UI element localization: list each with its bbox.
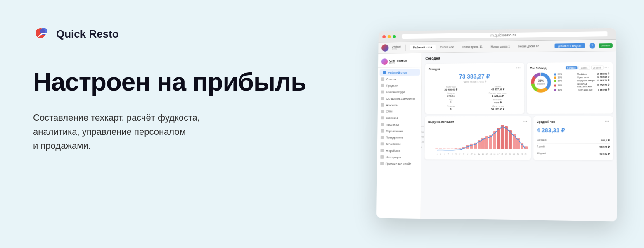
stat-card: Безнал 43 357,57 ₽ xyxy=(475,85,521,91)
svg-text:Маффин: Маффин xyxy=(537,83,545,85)
avg-row-7days: 7 дней 520,81 ₽ xyxy=(537,143,610,150)
legend-dot-3 xyxy=(554,84,556,86)
legend-dot-1 xyxy=(554,76,556,79)
sidebar-item-reports[interactable]: Отчеты xyxy=(378,76,422,82)
sidebar-item-crm[interactable]: CRM xyxy=(378,108,421,114)
browser-close-dot xyxy=(382,35,386,38)
sidebar-item-alcohol[interactable]: Алкоголь xyxy=(378,102,421,108)
bottom-cards-row: Выручка по часам ··· 400 300 200 100 0 xyxy=(424,116,613,160)
stat-checks: Чек 1 xyxy=(428,98,474,104)
brand-name: Quick Resto xyxy=(56,28,119,41)
legend-item-0: 38% Маффин 18 959,91 ₽ xyxy=(554,73,610,76)
menu-icon xyxy=(381,91,384,94)
chart-area: 400 300 200 100 0 xyxy=(428,125,527,154)
stat-bonus: Бонусы 273.21 xyxy=(428,92,474,97)
legend-dot-2 xyxy=(554,80,556,82)
tab-dashboard[interactable]: Рабочий стол xyxy=(410,45,436,50)
top-dishes-title: Топ 5 блюд Сегодня 1 день 28 дней ··· xyxy=(530,65,609,70)
sidebar-item-staff[interactable]: Персонал xyxy=(377,121,421,128)
sidebar-item-references[interactable]: Справочники xyxy=(377,128,421,134)
legend-dot-4 xyxy=(554,89,556,91)
crm-icon xyxy=(381,110,384,113)
help-icon[interactable]: ? xyxy=(589,43,595,48)
dash-body: Олег Иванов РЮО Рабочий стол Отчеты Прод… xyxy=(376,51,617,221)
y-axis: 400 300 200 100 0 xyxy=(421,125,424,148)
status-badge: Онлайн xyxy=(599,43,613,48)
legend-item-4: 12% Капучино 200 9 864,04 ₽ xyxy=(554,88,610,91)
browser-url: m.quickresto.ru xyxy=(402,31,607,39)
sidebar: Олег Иванов РЮО Рабочий стол Отчеты Прод… xyxy=(376,53,422,219)
stat-returns: Возвраты 0,02 ₽ xyxy=(475,98,521,104)
donut-area: 38% Маффин 38% Маффин 18 959,91 ₽ xyxy=(530,72,609,93)
sidebar-item-menu[interactable]: Номенклатура xyxy=(378,88,421,95)
sidebar-avatar xyxy=(381,58,388,65)
dashboard-mockup: m.quickresto.ru OffcloudРЮО Рабочий стол… xyxy=(376,28,617,222)
period-1day-btn[interactable]: 1 день xyxy=(579,66,590,70)
integrations-icon xyxy=(380,155,384,159)
sidebar-item-devices[interactable]: Устройства xyxy=(377,147,421,154)
add-widget-button[interactable]: Добавить виджет xyxy=(555,43,585,48)
sidebar-item-sales[interactable]: Продажи xyxy=(378,82,421,88)
top-cards-row: Сегодня ··· 73 383,27 ₽ 7 дней назад: / … xyxy=(425,62,613,114)
sidebar-item-warehouse[interactable]: Складские документы xyxy=(378,95,421,102)
avg-card: Средний чек ··· 4 283,31 ₽ Сегодня 383,7… xyxy=(533,116,613,160)
today-card-menu[interactable]: ··· xyxy=(516,66,521,70)
left-panel: Quick Resto Настроен на прибыль Составле… xyxy=(0,0,354,248)
dashboard-icon xyxy=(383,71,386,74)
subtext: Составление техкарт, расчёт фудкоста, ан… xyxy=(33,111,248,153)
top-dishes-controls: Сегодня 1 день 28 дней ··· xyxy=(566,65,609,70)
tab-divider xyxy=(405,44,406,51)
content-area: Сегодня Сегодня ··· 73 383,27 ₽ 7 дней н… xyxy=(421,51,617,221)
warehouse-icon xyxy=(381,97,384,100)
today-card-title: Сегодня ··· xyxy=(429,66,521,71)
top-dishes-card: Топ 5 блюд Сегодня 1 день 28 дней ··· xyxy=(527,62,613,114)
devices-icon xyxy=(381,149,384,152)
legend-item-1: 19% Фреш сала 14 307,62 ₽ xyxy=(554,76,610,79)
avg-row-today: Сегодня 383,7 ₽ xyxy=(537,137,610,144)
period-28days-btn[interactable]: 28 дней xyxy=(591,66,604,70)
legend-item-2: 15% Воздушный торт 13 063,71 ₽ xyxy=(554,79,610,82)
browser-maximize-dot xyxy=(393,35,396,38)
sales-icon xyxy=(381,84,384,87)
reports-icon xyxy=(381,77,384,81)
period-today-btn[interactable]: Сегодня xyxy=(566,66,578,69)
stat-other: Прочие типы оплат 1 123,01 ₽ xyxy=(475,92,521,97)
staff-icon xyxy=(381,123,384,126)
sidebar-item-dashboard[interactable]: Рабочий стол xyxy=(380,69,420,76)
sidebar-item-terminals[interactable]: Терминалы xyxy=(377,141,421,147)
sidebar-item-app[interactable]: Приложение и сайт xyxy=(377,160,421,167)
stat-cash: Наличные 29 450,49 ₽ xyxy=(429,86,474,91)
tab-board2[interactable]: Новая доска 1 xyxy=(488,44,513,50)
content-title: Сегодня xyxy=(425,55,613,60)
sidebar-user-info: Олег Иванов РЮО xyxy=(389,59,407,64)
avg-title: Средний чек ··· xyxy=(537,119,610,124)
svg-text:38%: 38% xyxy=(538,79,544,82)
today-stats: Наличные 29 450,49 ₽ Безнал 43 357,57 ₽ … xyxy=(428,85,521,110)
logo-area: Quick Resto xyxy=(33,25,321,43)
revenue-menu[interactable]: ··· xyxy=(523,119,527,124)
sidebar-item-enterprise[interactable]: Предприятие xyxy=(377,134,421,141)
right-panel: m.quickresto.ru OffcloudРЮО Рабочий стол… xyxy=(354,0,644,248)
revenue-card: Выручка по часам ··· 400 300 200 100 0 xyxy=(424,116,530,160)
sidebar-user: Олег Иванов РЮО xyxy=(378,57,422,68)
today-card: Сегодня ··· 73 383,27 ₽ 7 дней назад: / … xyxy=(425,63,524,114)
finance-icon xyxy=(381,116,384,119)
tab-board3[interactable]: Новая доска 12 xyxy=(515,43,542,49)
app-logo-small xyxy=(381,44,388,52)
legend-item-3: 14% Шоколад классический 19 156,25 ₽ xyxy=(554,83,610,88)
top-dishes-menu[interactable]: ··· xyxy=(604,65,609,69)
enterprise-icon xyxy=(381,136,384,139)
sidebar-item-integrations[interactable]: Интеграции xyxy=(377,154,421,160)
sidebar-item-finance[interactable]: Финансы xyxy=(378,114,421,121)
revenue-line xyxy=(437,127,526,150)
alcohol-icon xyxy=(381,103,384,107)
legend-items: 38% Маффин 18 959,91 ₽ 19% Фреш сала 14 … xyxy=(554,73,610,92)
terminals-icon xyxy=(381,142,384,145)
app-icon xyxy=(380,162,384,165)
legend-dot-0 xyxy=(554,73,556,75)
headline: Настроен на прибыль xyxy=(33,68,321,96)
avg-menu[interactable]: ··· xyxy=(605,119,610,124)
tab-caffe[interactable]: Caffe Latte xyxy=(437,44,457,50)
revenue-title: Выручка по часам ··· xyxy=(428,119,528,124)
tab-board1[interactable]: Новая доска 11 xyxy=(459,44,486,50)
